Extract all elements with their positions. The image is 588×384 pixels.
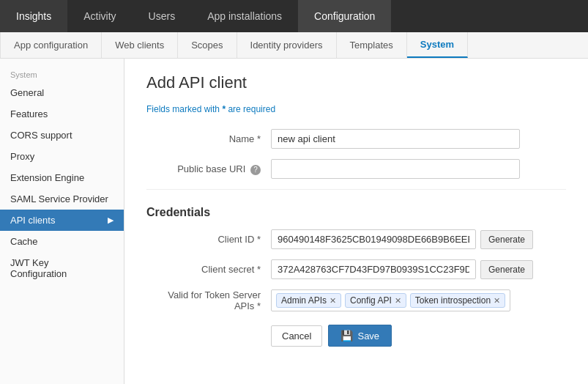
sidebar-item-saml[interactable]: SAML Service Provider (0, 188, 124, 210)
client-secret-row: Client secret * Generate (146, 259, 566, 279)
top-navigation: Insights Activity Users App installation… (0, 0, 588, 32)
divider (146, 189, 566, 190)
uri-label: Public base URI ? (146, 163, 271, 175)
client-secret-label: Client secret * (146, 264, 271, 275)
token-apis-tags[interactable]: Admin APIs ✕ Config API ✕ Token introspe… (271, 289, 510, 311)
sidebar-section-label: System (0, 66, 124, 82)
client-secret-input-group: Generate (271, 259, 533, 279)
save-button[interactable]: 💾 Save (328, 325, 392, 347)
tab-templates[interactable]: Templates (337, 32, 407, 58)
sidebar-item-features[interactable]: Features (0, 103, 124, 125)
tag-admin-apis: Admin APIs ✕ (276, 293, 341, 308)
sidebar-item-jwt-key-label: JWT KeyConfiguration (10, 257, 67, 279)
tag-token-introspection-close[interactable]: ✕ (494, 297, 500, 305)
page-title: Add API client (146, 73, 566, 92)
tab-web-clients[interactable]: Web clients (102, 32, 178, 58)
sidebar-item-proxy[interactable]: Proxy (0, 146, 124, 167)
main-layout: System General Features CORS support Pro… (0, 59, 588, 384)
required-note: Fields marked with * are required (146, 104, 566, 114)
info-icon[interactable]: ? (250, 165, 261, 175)
nav-app-installations[interactable]: App installations (191, 0, 298, 32)
client-id-input[interactable] (271, 229, 476, 249)
client-id-label: Client ID * (146, 234, 271, 245)
client-id-input-group: Generate (271, 229, 533, 249)
tag-config-api: Config API ✕ (345, 293, 406, 308)
nav-insights[interactable]: Insights (0, 0, 67, 32)
tab-app-configuration[interactable]: App configuration (0, 32, 102, 58)
nav-configuration[interactable]: Configuration (298, 0, 391, 32)
tag-admin-apis-label: Admin APIs (281, 295, 327, 306)
uri-field-row: Public base URI ? (146, 159, 566, 179)
name-input[interactable] (271, 129, 520, 149)
cancel-button[interactable]: Cancel (271, 325, 322, 347)
main-content: Add API client Fields marked with * are … (124, 59, 588, 384)
tab-system[interactable]: System (407, 32, 468, 58)
chevron-right-icon: ▶ (108, 215, 113, 225)
nav-users[interactable]: Users (133, 0, 192, 32)
sidebar-item-extension-engine[interactable]: Extension Engine (0, 167, 124, 188)
client-secret-input[interactable] (271, 259, 476, 279)
uri-input[interactable] (271, 159, 520, 179)
token-apis-row: Valid for Token Server APIs * Admin APIs… (146, 289, 566, 311)
sidebar-item-saml-label: SAML Service Provider (10, 193, 108, 204)
save-label: Save (357, 331, 379, 341)
tab-identity-providers[interactable]: Identity providers (237, 32, 337, 58)
credentials-heading: Credentials (146, 202, 566, 219)
client-id-row: Client ID * Generate (146, 229, 566, 249)
tag-token-introspection-label: Token introspection (415, 295, 491, 306)
name-label: Name * (146, 133, 271, 144)
second-navigation: App configuration Web clients Scopes Ide… (0, 32, 588, 59)
tab-scopes[interactable]: Scopes (178, 32, 237, 58)
sidebar: System General Features CORS support Pro… (0, 59, 124, 384)
sidebar-item-cors[interactable]: CORS support (0, 125, 124, 146)
nav-activity[interactable]: Activity (67, 0, 132, 32)
generate-client-id-button[interactable]: Generate (480, 230, 533, 249)
token-apis-label: Valid for Token Server APIs * (146, 289, 271, 311)
sidebar-item-cache[interactable]: Cache (0, 231, 124, 252)
sidebar-item-general[interactable]: General (0, 82, 124, 103)
tag-token-introspection: Token introspection ✕ (410, 293, 505, 308)
tag-config-api-close[interactable]: ✕ (395, 297, 401, 305)
name-field-row: Name * (146, 129, 566, 149)
sidebar-item-api-clients[interactable]: API clients ▶ (0, 210, 124, 231)
sidebar-item-api-clients-label: API clients (10, 215, 55, 226)
save-icon: 💾 (340, 330, 353, 341)
sidebar-item-jwt-key[interactable]: JWT KeyConfiguration (0, 252, 124, 284)
tag-admin-apis-close[interactable]: ✕ (330, 297, 336, 305)
generate-client-secret-button[interactable]: Generate (480, 260, 533, 279)
tag-config-api-label: Config API (350, 295, 392, 306)
action-buttons: Cancel 💾 Save (271, 325, 566, 347)
